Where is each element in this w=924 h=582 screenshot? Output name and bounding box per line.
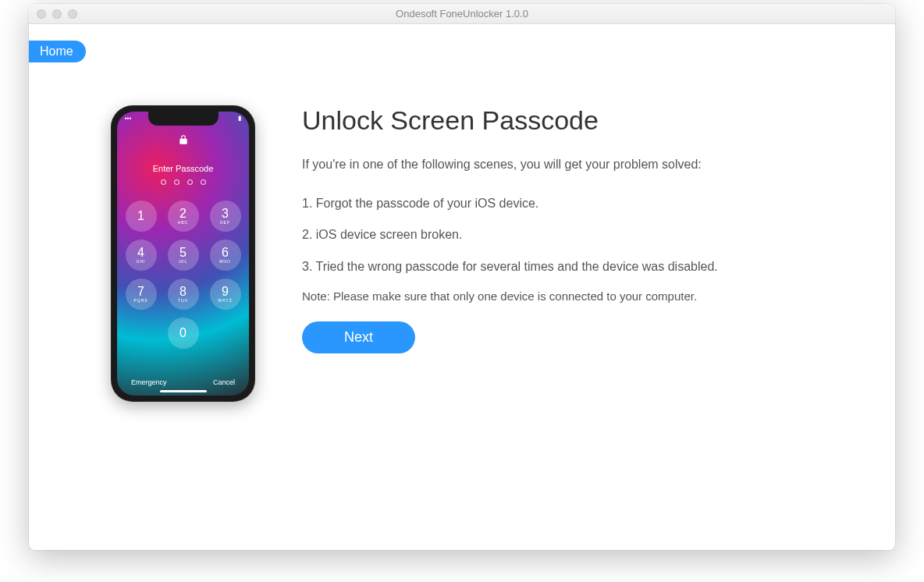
close-icon[interactable] (37, 9, 46, 19)
text-content: Unlock Screen Passcode If you're in one … (302, 105, 848, 402)
phone-bottom-row: Emergency Cancel (117, 378, 249, 386)
note-text: Note: Please make sure that only one dev… (302, 289, 848, 303)
keypad-2: 2ABC (168, 201, 199, 232)
content-area: ▪▪▪ ▮ Enter Passcode 1 2ABC 3DEF (111, 105, 848, 402)
scene-3: 3. Tried the wrong passcode for several … (302, 258, 739, 275)
page-title: Unlock Screen Passcode (302, 105, 848, 136)
maximize-icon[interactable] (68, 9, 77, 19)
keypad-4: 4GHI (126, 240, 157, 271)
passcode-dot (161, 179, 166, 185)
phone-notch (148, 112, 219, 126)
passcode-dot (201, 179, 206, 185)
cancel-label: Cancel (213, 378, 235, 386)
titlebar: Ondesoft FoneUnlocker 1.0.0 (29, 4, 895, 24)
battery-icon: ▮ (238, 115, 241, 122)
window-title: Ondesoft FoneUnlocker 1.0.0 (29, 8, 895, 20)
scene-1: 1. Forgot the passcode of your iOS devic… (302, 195, 739, 212)
passcode-dot (187, 179, 193, 185)
minimize-icon[interactable] (52, 9, 62, 19)
scene-2: 2. iOS device screen broken. (302, 226, 739, 243)
signal-icon: ▪▪▪ (125, 115, 132, 122)
keypad-1: 1 (126, 201, 157, 232)
keypad-6: 6MNO (210, 240, 241, 271)
phone-screen: ▪▪▪ ▮ Enter Passcode 1 2ABC 3DEF (117, 112, 249, 396)
passcode-dots (161, 179, 206, 185)
lock-icon (178, 133, 189, 147)
home-button[interactable]: Home (29, 41, 86, 62)
intro-text: If you're in one of the following scenes… (302, 158, 848, 172)
passcode-dot (174, 179, 179, 185)
keypad-7: 7PQRS (126, 279, 157, 310)
emergency-label: Emergency (131, 378, 167, 386)
keypad: 1 2ABC 3DEF 4GHI 5JKL 6MNO 7PQRS 8TUV 9W… (126, 201, 241, 349)
keypad-9: 9WXYZ (210, 279, 241, 310)
keypad-0: 0 (168, 318, 199, 349)
enter-passcode-label: Enter Passcode (153, 164, 214, 173)
app-window: Ondesoft FoneUnlocker 1.0.0 Home ▪▪▪ ▮ E… (29, 4, 895, 550)
keypad-5: 5JKL (168, 240, 199, 271)
keypad-3: 3DEF (210, 201, 241, 232)
phone-mockup: ▪▪▪ ▮ Enter Passcode 1 2ABC 3DEF (111, 105, 255, 402)
next-button[interactable]: Next (302, 321, 415, 353)
traffic-lights (37, 9, 77, 19)
home-indicator (160, 390, 207, 392)
keypad-8: 8TUV (168, 279, 199, 310)
